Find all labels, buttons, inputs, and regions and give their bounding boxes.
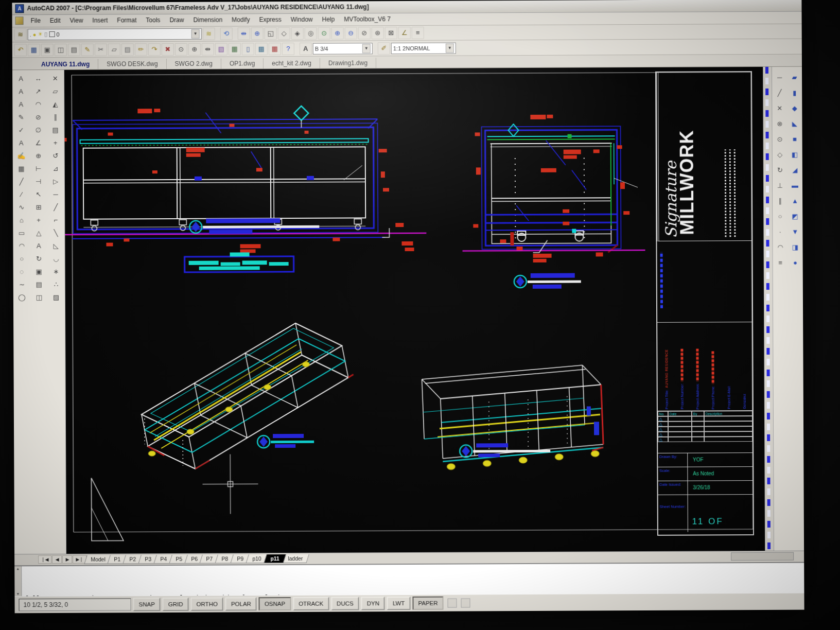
text-style-dropdown-arrow[interactable]: ▼ bbox=[362, 44, 371, 53]
snap-temp-icon[interactable]: ─ bbox=[772, 69, 787, 85]
menu-edit[interactable]: Edit bbox=[46, 16, 65, 25]
dim-diameter-icon[interactable]: ∅ bbox=[30, 124, 47, 136]
rotate-icon[interactable]: ↺ bbox=[47, 149, 64, 162]
menu-format[interactable]: Format bbox=[113, 16, 141, 25]
ddedit-icon[interactable]: ✍ bbox=[13, 149, 30, 162]
layer-color-swatch[interactable] bbox=[49, 31, 55, 37]
view-se-iso-icon[interactable]: ▬ bbox=[787, 178, 802, 193]
edit-text-icon[interactable]: A bbox=[12, 98, 29, 111]
dim-style-icon[interactable]: ▣ bbox=[30, 265, 47, 278]
layer-combo-dropdown-arrow[interactable]: ▼ bbox=[191, 29, 200, 39]
snap-perpendicular-icon[interactable]: ⊥ bbox=[773, 178, 787, 193]
layer-properties-icon[interactable]: ≋ bbox=[203, 28, 215, 40]
tolerance-icon[interactable]: ⊞ bbox=[30, 201, 47, 214]
toggle-ducs[interactable]: DUCS bbox=[331, 597, 359, 610]
offset-icon[interactable]: ∥ bbox=[47, 111, 64, 124]
pan-realtime-icon[interactable]: ⇹ bbox=[238, 27, 250, 40]
move-icon[interactable]: + bbox=[47, 136, 64, 149]
zoom-all-icon[interactable]: ⊛ bbox=[372, 27, 384, 39]
orbit-3d-icon[interactable]: ◨ bbox=[787, 239, 802, 255]
pan-tool-icon[interactable]: ⇹ bbox=[202, 43, 214, 55]
revcloud-icon[interactable]: ◌ bbox=[13, 265, 30, 278]
snap-parallel-icon[interactable]: ∥ bbox=[773, 193, 787, 208]
toggle-polar[interactable]: POLAR bbox=[225, 597, 257, 610]
trim-icon[interactable]: ╱ bbox=[47, 201, 64, 214]
quick-calc-icon[interactable]: ≡ bbox=[412, 27, 424, 39]
table-icon[interactable]: ▦ bbox=[13, 162, 30, 175]
toggle-dyn[interactable]: DYN bbox=[361, 597, 385, 610]
viewport-scale-combo[interactable]: 1:1 2NORMAL ▼ bbox=[391, 42, 456, 54]
spline-icon[interactable]: ∼ bbox=[13, 278, 30, 291]
toggle-grid[interactable]: GRID bbox=[163, 598, 189, 611]
scale-icon[interactable]: ⊿ bbox=[47, 162, 64, 175]
erase-small-icon[interactable]: ✖ bbox=[162, 43, 174, 56]
doc-tab-op1[interactable]: OP1.dwg bbox=[221, 58, 264, 68]
copy-icon[interactable]: ▱ bbox=[47, 85, 64, 98]
table-tool-icon[interactable]: ▦ bbox=[229, 43, 241, 55]
array-icon[interactable]: ▤ bbox=[47, 124, 64, 136]
snap-extension-icon[interactable]: ◇ bbox=[773, 147, 787, 162]
dim-angular-icon[interactable]: ∠ bbox=[30, 136, 47, 149]
view-left-icon[interactable]: ◆ bbox=[787, 100, 802, 116]
zoom-center-icon[interactable]: ◎ bbox=[305, 27, 317, 40]
isometric-view-1[interactable] bbox=[141, 323, 354, 469]
view-top-icon[interactable]: ▰ bbox=[787, 69, 802, 85]
layers-icon[interactable]: ≋ bbox=[14, 28, 27, 41]
layer-on-bulb-icon[interactable]: ● bbox=[33, 31, 37, 38]
style-icon[interactable]: A bbox=[13, 136, 30, 149]
dim-edit-icon[interactable]: △ bbox=[30, 226, 47, 239]
pencil-edit-icon[interactable]: ✏ bbox=[135, 43, 147, 56]
view-sw-iso-icon[interactable]: ◢ bbox=[787, 162, 802, 178]
pline-icon[interactable]: ∿ bbox=[13, 201, 30, 214]
cut-icon[interactable]: ✂ bbox=[95, 43, 107, 56]
line-icon[interactable]: ╱ bbox=[13, 175, 30, 188]
menu-express[interactable]: Express bbox=[255, 15, 285, 24]
redo-icon[interactable]: ↷ bbox=[148, 43, 161, 56]
explode-icon[interactable]: ∗ bbox=[47, 265, 64, 278]
xline-icon[interactable]: ∕ bbox=[13, 188, 30, 201]
view-bottom-icon[interactable]: ▮ bbox=[787, 85, 802, 100]
menu-tools[interactable]: Tools bbox=[142, 15, 164, 25]
command-scrollbar[interactable]: ▲▼ bbox=[14, 566, 22, 596]
extend-icon[interactable]: ⌐ bbox=[47, 214, 64, 226]
zoom-tool-icon[interactable]: ⊕ bbox=[188, 43, 201, 55]
stretch-icon[interactable]: ▷ bbox=[47, 175, 64, 188]
toggle-otrack[interactable]: OTRACK bbox=[293, 597, 329, 610]
save-icon[interactable]: ▦ bbox=[28, 44, 40, 56]
zoom-in-icon[interactable]: ⊕ bbox=[331, 27, 344, 40]
plan-view-strip[interactable] bbox=[184, 252, 293, 272]
prev-layout-icon[interactable]: ◀ bbox=[52, 555, 62, 564]
menu-view[interactable]: View bbox=[66, 16, 87, 25]
leader-icon[interactable]: ↖ bbox=[30, 188, 47, 201]
make-layer-current-icon[interactable]: ⟲ bbox=[220, 27, 233, 40]
hatch-icon[interactable]: ▨ bbox=[47, 291, 64, 304]
toggle-paper[interactable]: PAPER bbox=[412, 597, 443, 610]
snap-tangent-icon[interactable]: ◠ bbox=[773, 239, 787, 255]
snap-midpoint-icon[interactable]: ⊗ bbox=[772, 116, 787, 131]
layer-lock-icon[interactable]: ▯ bbox=[44, 31, 47, 38]
dim-continue-icon[interactable]: ⊣ bbox=[30, 175, 47, 188]
paste-icon[interactable]: ▨ bbox=[121, 43, 134, 56]
dim-baseline-icon[interactable]: ⊢ bbox=[30, 162, 47, 175]
view-ne-iso-icon[interactable]: ▲ bbox=[787, 193, 802, 208]
distance-icon[interactable]: ∠ bbox=[398, 27, 411, 39]
polygon-icon[interactable]: ⌂ bbox=[13, 214, 30, 226]
menu-help[interactable]: Help bbox=[318, 15, 339, 24]
lengthen-icon[interactable]: ─ bbox=[47, 188, 64, 201]
menu-window[interactable]: Window bbox=[287, 15, 317, 24]
snap-nearest-icon[interactable]: ∙ bbox=[773, 224, 787, 239]
publish-icon[interactable]: ▤ bbox=[68, 43, 80, 56]
zoom-scale-icon[interactable]: ◈ bbox=[291, 27, 304, 40]
view-front-icon[interactable]: ■ bbox=[787, 131, 802, 147]
zoom-dynamic-icon[interactable]: ◇ bbox=[278, 27, 290, 40]
doc-tab-auyang-11[interactable]: AUYANG 11.dwg bbox=[33, 59, 98, 69]
doc-tab-echt-kit-2[interactable]: echt_kit 2.dwg bbox=[264, 58, 320, 68]
spell-icon[interactable]: ✓ bbox=[12, 124, 29, 136]
view-right-icon[interactable]: ◣ bbox=[787, 116, 802, 131]
zoom-window-icon[interactable]: ◱ bbox=[265, 27, 277, 40]
dim-radius-icon[interactable]: ⊘ bbox=[30, 111, 47, 124]
view-back-icon[interactable]: ◧ bbox=[787, 147, 802, 162]
doc-tab-swgo-desk[interactable]: SWGO DESK.dwg bbox=[98, 59, 166, 69]
layer-freeze-sun-icon[interactable]: ☀ bbox=[38, 31, 43, 38]
lineweight-pencil-icon[interactable]: ✐ bbox=[378, 42, 390, 55]
